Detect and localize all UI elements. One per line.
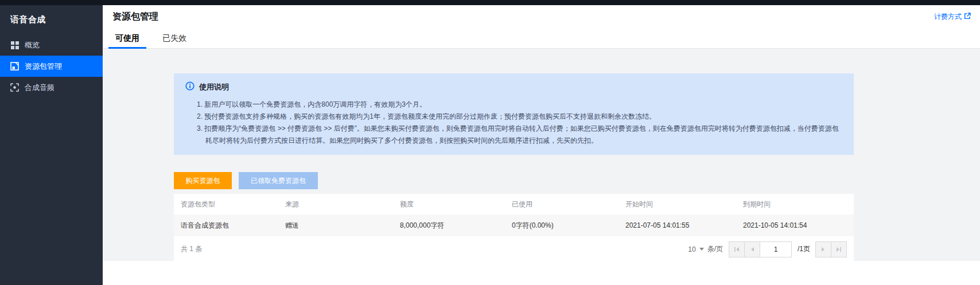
page-size-select[interactable]: 10 条/页 [688,244,723,254]
app-window: 语音合成 概览 资源包管理 [0,0,980,285]
free-package-claimed-button: 已领取免费资源包 [239,172,318,189]
column-header: 已使用 [505,200,619,209]
sidebar-item-label: 概览 [25,40,40,50]
cell-source: 赠送 [278,221,393,231]
top-bar [0,0,980,5]
chevron-down-icon [699,248,704,251]
page-number-input[interactable] [760,241,792,257]
bottom-strip [103,261,980,285]
column-header: 来源 [278,200,393,209]
sidebar-item-synth-audio[interactable]: 合成音频 [0,77,103,98]
last-page-button[interactable] [831,241,847,257]
prev-page-button[interactable] [744,241,760,257]
cell-package-type: 语音合成资源包 [174,221,278,231]
tab-content-area: 使用说明 1. 新用户可以领取一个免费资源包，内含800万调用字符，有效期为3个… [103,49,980,261]
table-row: 语音合成资源包 赠送 8,000,000字符 0字符(0.00%) 2021-0… [174,214,854,236]
sidebar-product-title: 语音合成 [0,5,103,33]
main-panel: 资源包管理 计费方式 可使用 已失效 [103,5,980,285]
notice-item: 1. 新用户可以领取一个免费资源包，内含800万调用字符，有效期为3个月。 [197,99,842,111]
sidebar-item-label: 合成音频 [25,83,55,93]
billing-method-label: 计费方式 [934,12,962,22]
info-icon [185,81,195,93]
column-header: 到期时间 [736,200,854,209]
tab-usable[interactable]: 可使用 [108,28,146,48]
prev-page-icon [749,247,755,252]
first-page-button[interactable] [729,241,745,257]
synth-audio-icon [10,83,19,92]
sidebar-menu: 概览 资源包管理 合成音频 [0,34,103,98]
total-count-label: 共 1 条 [181,244,202,254]
page-total-label: /1页 [792,244,816,254]
tab-bar: 可使用 已失效 [103,28,980,49]
external-link-icon [964,13,971,21]
table-header-row: 资源包类型 来源 额度 已使用 开始时间 到期时间 [174,194,854,214]
first-page-icon [734,247,740,252]
usage-notice-banner: 使用说明 1. 新用户可以领取一个免费资源包，内含800万调用字符，有效期为3个… [174,73,854,155]
tab-label: 可使用 [115,33,139,44]
column-header: 额度 [393,200,505,209]
cell-quota: 8,000,000字符 [393,221,505,231]
per-page-label: 条/页 [707,244,723,254]
tab-label: 已失效 [162,33,186,44]
page-title: 资源包管理 [112,11,158,23]
notice-item: 3. 扣费顺序为“免费资源包 >> 付费资源包 >> 后付费”。如果您未购买付费… [197,123,842,147]
tab-expired[interactable]: 已失效 [155,28,193,48]
resource-package-table: 资源包类型 来源 额度 已使用 开始时间 到期时间 语音合成资源包 赠送 8,0… [174,194,854,261]
billing-method-link[interactable]: 计费方式 [934,12,971,22]
sidebar-item-label: 资源包管理 [25,61,62,72]
column-header: 资源包类型 [174,200,278,209]
next-page-button[interactable] [815,241,831,257]
last-page-icon [836,247,842,252]
resource-package-icon [10,62,19,71]
buy-package-button[interactable]: 购买资源包 [174,172,232,189]
sidebar-item-overview[interactable]: 概览 [0,34,103,56]
cell-start-time: 2021-07-05 14:01:55 [619,221,736,229]
pager: /1页 [729,241,847,257]
table-footer: 共 1 条 10 条/页 [174,236,854,261]
cell-expire-time: 2021-10-05 14:01:54 [736,221,854,229]
overview-grid-icon [10,41,19,49]
page-size-value: 10 [688,245,695,253]
cell-used: 0字符(0.00%) [505,221,619,231]
sidebar: 语音合成 概览 资源包管理 [0,5,103,285]
notice-title: 使用说明 [199,82,229,92]
notice-item: 2. 预付费资源包支持多种规格，购买的资源包有效期均为1年，资源包额度未使用完的… [197,111,842,123]
action-button-row: 购买资源包 已领取免费资源包 [174,172,854,189]
column-header: 开始时间 [619,200,736,209]
notice-list: 1. 新用户可以领取一个免费资源包，内含800万调用字符，有效期为3个月。 2.… [185,99,842,147]
next-page-icon [820,247,826,252]
sidebar-item-resource-package[interactable]: 资源包管理 [0,56,103,77]
page-header: 资源包管理 计费方式 [103,5,980,28]
